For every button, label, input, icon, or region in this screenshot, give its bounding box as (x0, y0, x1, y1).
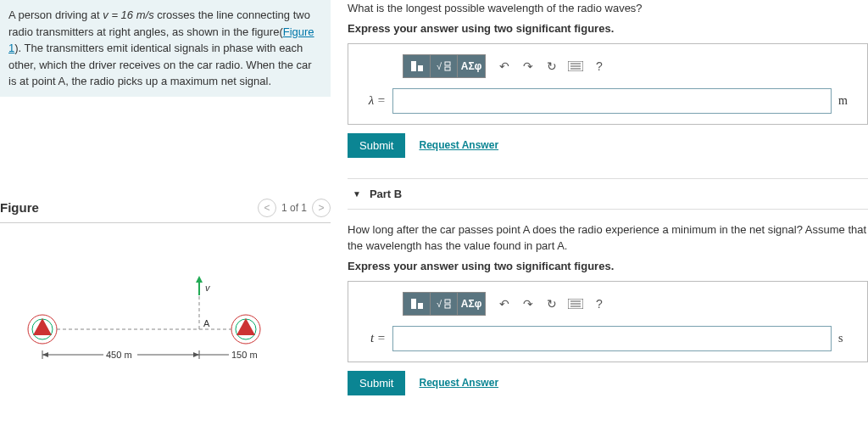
svg-rect-23 (445, 62, 450, 65)
v-label: v (205, 283, 211, 293)
problem-text: ). The transmitters emit identical signa… (8, 42, 312, 87)
reset-button[interactable]: ↻ (540, 293, 564, 315)
svg-marker-2 (33, 318, 52, 335)
svg-marker-14 (193, 352, 199, 357)
svg-rect-29 (411, 299, 416, 309)
svg-marker-9 (196, 276, 203, 283)
undo-button[interactable]: ↶ (492, 55, 516, 77)
reset-button[interactable]: ↻ (540, 55, 564, 77)
figure-title: Figure (0, 200, 39, 215)
help-button[interactable]: ? (587, 293, 611, 315)
part-a-instruction: Express your answer using two significan… (348, 22, 868, 35)
fraction-button[interactable]: √ (431, 55, 458, 77)
request-answer-link[interactable]: Request Answer (419, 139, 498, 151)
redo-button[interactable]: ↷ (516, 293, 540, 315)
help-button[interactable]: ? (587, 55, 611, 77)
next-figure-button[interactable]: > (312, 199, 331, 217)
keyboard-button[interactable] (564, 55, 587, 77)
variable-label: t = (360, 331, 386, 345)
svg-rect-21 (418, 65, 423, 71)
dist-right-label: 150 m (231, 350, 258, 360)
svg-rect-30 (418, 303, 423, 309)
pager-text: 1 of 1 (281, 202, 307, 214)
unit-label: s (838, 332, 855, 345)
unit-label: m (838, 94, 855, 108)
answer-input[interactable] (392, 88, 832, 114)
svg-marker-5 (236, 318, 255, 335)
part-b-label: Part B (370, 188, 402, 200)
a-label: A (203, 318, 210, 328)
velocity-value: v = 16 m/s (103, 8, 153, 21)
svg-text:√: √ (437, 299, 442, 309)
part-b-header[interactable]: ▼ Part B (348, 178, 868, 210)
template-button[interactable] (403, 293, 431, 315)
problem-statement: A person driving at v = 16 m/s crosses t… (0, 0, 331, 97)
redo-button[interactable]: ↷ (516, 55, 540, 77)
equation-toolbar: √ ΑΣφ ↶ ↷ ↻ ? (403, 54, 855, 78)
part-b-answer-box: √ ΑΣφ ↶ ↷ ↻ ? t = s (348, 281, 868, 362)
undo-button[interactable]: ↶ (492, 293, 516, 315)
svg-rect-32 (445, 300, 450, 303)
variable-label: λ = (360, 93, 386, 108)
part-b-question: How long after the car passes point A do… (348, 221, 868, 255)
part-b-instruction: Express your answer using two significan… (348, 260, 868, 272)
figure-pager: < 1 of 1 > (258, 199, 331, 217)
equation-toolbar: √ ΑΣφ ↶ ↷ ↻ ? (403, 292, 855, 316)
svg-rect-33 (445, 305, 450, 308)
dist-left-label: 450 m (106, 350, 132, 360)
part-a-question: What is the longest possible wavelength … (348, 0, 868, 17)
svg-rect-20 (411, 61, 416, 71)
keyboard-button[interactable] (564, 293, 587, 315)
part-a-answer-box: √ ΑΣφ ↶ ↷ ↻ ? λ = m (348, 43, 868, 125)
svg-text:√: √ (437, 61, 442, 71)
submit-button[interactable]: Submit (348, 371, 405, 395)
request-answer-link[interactable]: Request Answer (419, 377, 498, 389)
collapse-icon: ▼ (353, 189, 361, 199)
answer-input[interactable] (392, 326, 832, 351)
prev-figure-button[interactable]: < (258, 199, 276, 217)
problem-text: A person driving at (8, 8, 103, 21)
svg-rect-24 (445, 67, 450, 70)
submit-button[interactable]: Submit (348, 133, 405, 158)
greek-button[interactable]: ΑΣφ (458, 55, 485, 77)
template-button[interactable] (403, 55, 431, 77)
figure-diagram: v A 450 m 150 m (0, 249, 331, 387)
svg-marker-13 (42, 352, 48, 357)
fraction-button[interactable]: √ (431, 293, 458, 315)
greek-button[interactable]: ΑΣφ (458, 293, 485, 315)
